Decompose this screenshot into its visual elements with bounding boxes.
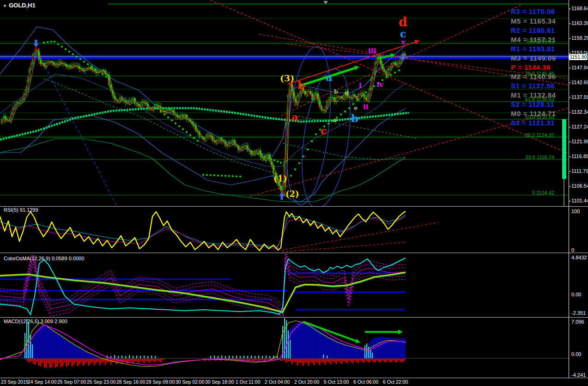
pivot-label-s3: S3 = 1121.31 [511, 119, 555, 126]
price-tick: 1147.94 [571, 65, 588, 70]
rsi-indicator-label: RSI(5) 91.1299 [4, 208, 38, 213]
time-label: 28 Sep 16:00 [116, 380, 145, 385]
macd-axis-value: 0.00 [571, 352, 581, 357]
symbol-period-label: GOLD,H1 [9, 2, 36, 9]
wave-label: (1) [273, 175, 287, 183]
wave-label: d [345, 90, 349, 96]
price-tick: 1132.34 [571, 110, 588, 115]
fib-level-label: 78.6 1145.46 [480, 71, 554, 76]
price-tick: 1101.44 [571, 198, 588, 203]
wave-label: c [400, 29, 406, 39]
time-label: 2 Oct 20:00 [294, 380, 319, 385]
wave-label: b [351, 113, 358, 123]
wave-label: i [359, 82, 362, 89]
wave-label: b [297, 80, 305, 90]
mt4-chart-window: ▼GOLD,H1 RSI(5) 91.1299 ColorOsMA(12,26,… [0, 0, 588, 386]
pivot-label-r3: R3 = 1170.06 [511, 8, 555, 15]
fib-level-label: 100 1156.62 [480, 39, 554, 44]
time-label: 30 Sep 02:00 [176, 380, 204, 385]
chart-title[interactable]: ▼GOLD,H1 [3, 2, 36, 8]
price-tick: 1116.89 [571, 154, 588, 159]
time-label: 30 Sep 18:00 [205, 380, 234, 385]
price-tick: 1137.59 [571, 95, 588, 100]
price-tick: 1142.69 [571, 80, 588, 85]
fib-level-label: 0 1104.42 [480, 190, 554, 196]
wave-label: a [326, 72, 333, 82]
current-price-marker: 1151.90 [569, 54, 588, 60]
time-label: 1 Oct 11:00 [236, 380, 261, 385]
dropdown-triangle-icon[interactable]: ▼ [3, 4, 7, 8]
osma-axis-value: 0.00 [571, 292, 581, 297]
pivot-label-s1: S1 = 1137.56 [511, 82, 555, 89]
wave-label: a [291, 111, 298, 122]
wave-label: e [354, 105, 358, 111]
time-label: 23 Sep 2015 [1, 380, 29, 385]
time-label: 6 Oct 22:00 [383, 380, 408, 385]
price-tick: 1111.79 [571, 169, 588, 174]
osma-axis-value: -2.351 [571, 311, 586, 316]
macd-axis-value: -4.241 [571, 373, 586, 378]
pivot-label-p: P = 1144.36 [511, 64, 551, 71]
fib-level-label: 50.0 1130.53 [480, 115, 554, 120]
time-label: 5 Oct 13:00 [324, 380, 349, 385]
osma-axis-value: 4.8432 [571, 255, 587, 260]
macd-indicator-label: MACD(12,26,5) 3.009 2.900 [4, 319, 67, 324]
rsi-axis-value: 100 [571, 209, 580, 214]
fib-level-label: 23.6 1116.74 [480, 155, 554, 160]
price-tick: 1121.99 [571, 139, 588, 144]
rsi-axis-value: 0 [571, 248, 574, 253]
price-tick: 1106.54 [571, 184, 588, 189]
fib-level-label: 38.2 1124.37 [480, 133, 554, 138]
osma-indicator-label: ColorOsMA(12,26,9) 0.0589 0.0000 [4, 256, 84, 261]
price-tick: 1127.24 [571, 124, 588, 129]
fib-level-label: 61.8 1136.63 [480, 97, 554, 102]
pivot-label-r1: R1 = 1153.81 [511, 45, 555, 52]
pivot-label-m3: M3 = 1149.09 [511, 55, 556, 61]
price-tick: 1163.39 [571, 21, 588, 26]
wave-label: v [401, 39, 405, 45]
wave-label: c [321, 125, 327, 136]
time-label: 25 Sep 07:00 [57, 380, 86, 385]
time-label: 2 Oct 04:00 [265, 380, 290, 385]
time-label: 24 Sep 14:00 [28, 380, 56, 385]
time-label: 29 Sep 09:00 [146, 380, 175, 385]
time-label: 6 Oct 06:00 [353, 380, 378, 385]
macd-axis-value: 7.096 [571, 319, 584, 325]
wave-label: iii [368, 48, 376, 55]
wave-label: (3) [280, 74, 294, 83]
time-label: 25 Sep 23:00 [87, 380, 115, 385]
pivot-label-r2: R2 = 1160.61 [511, 27, 555, 34]
wave-label: (2) [285, 190, 299, 198]
wave-label: d [399, 16, 407, 28]
pivot-label-m5: M5 = 1165.34 [511, 18, 556, 25]
wave-label: iv [376, 81, 383, 88]
wave-label: b [334, 89, 338, 95]
price-tick: 1168.64 [571, 6, 588, 11]
price-tick: 1158.29 [571, 36, 588, 41]
wave-label: ii [363, 104, 368, 110]
wave-label: a [333, 117, 337, 123]
